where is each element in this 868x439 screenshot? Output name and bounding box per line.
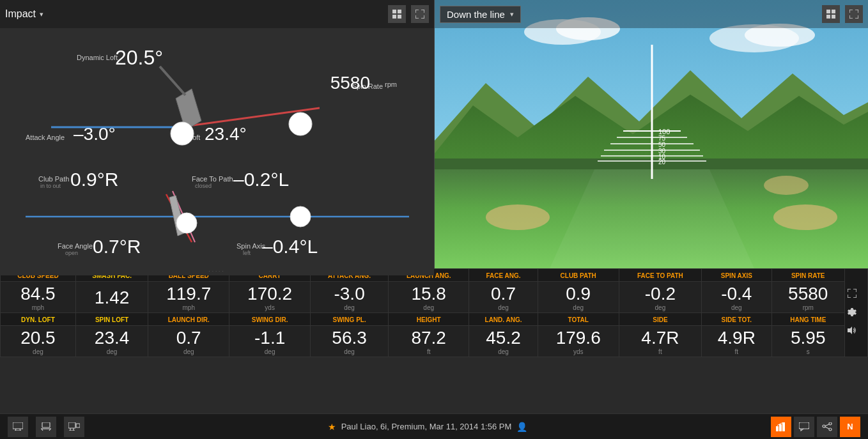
data-table: CLUB SPEEDSMASH FAC.BALL SPEEDCARRYATTAC… (0, 268, 868, 357)
view-dropdown[interactable]: Down the line ▾ (440, 6, 521, 23)
spin-rate-unit: rpm (385, 81, 397, 88)
svg-rect-59 (76, 424, 80, 427)
stats-icon-btn[interactable] (771, 417, 791, 437)
col-header-r0-10: SPIN RATE (771, 269, 845, 282)
cell-value-r0-5: 15.8 (391, 284, 466, 304)
right-panel: Down the line ▾ (435, 0, 868, 268)
chat-icon-btn[interactable] (794, 417, 814, 437)
grid-icon-btn[interactable] (388, 5, 406, 23)
table-expand-btn[interactable] (848, 289, 856, 300)
cell-r0-6: 0.7deg (469, 282, 538, 313)
svg-rect-54 (42, 422, 50, 427)
col-header-r0-6: FACE ANG. (469, 269, 538, 282)
user-icon: 👤 (516, 422, 527, 432)
impact-viz-top: Dynamic Loft 20.5° Spin Rate 5580 rpm At… (0, 28, 434, 162)
col-header-r1-1: SPIN LOFT (75, 312, 148, 325)
cell-unit-r1-2: deg (151, 348, 226, 355)
path-svg (26, 188, 409, 245)
cell-unit-r0-0: mph (3, 304, 73, 311)
cell-value-r0-3: 170.2 (232, 284, 307, 304)
col-header-r1-9: SIDE TOT. (702, 312, 771, 325)
volume-btn[interactable] (848, 326, 856, 337)
cell-value-r1-8: 4.7R (622, 328, 699, 348)
svg-point-8 (171, 122, 194, 145)
cell-r1-3: -1.1deg (229, 325, 311, 357)
svg-point-69 (823, 425, 825, 427)
cell-unit-r1-6: deg (472, 348, 534, 355)
svg-rect-3 (398, 15, 401, 19)
cell-r0-9: -0.4deg (702, 282, 771, 313)
svg-point-11 (293, 116, 299, 123)
svg-rect-2 (392, 15, 396, 19)
cell-r1-2: 0.7deg (148, 325, 229, 357)
right-panel-header: Down the line ▾ (435, 0, 868, 28)
cell-value-r1-4: 56.3 (313, 328, 385, 348)
impact-dropdown-arrow: ▾ (40, 10, 43, 19)
col-header-r1-7: TOTAL (538, 312, 619, 325)
cell-value-r1-10: 5.95 (775, 328, 842, 348)
multiscreen-icon-btn[interactable] (64, 417, 84, 437)
left-panel-header: Impact ▾ (0, 0, 434, 28)
star-icon: ★ (328, 422, 336, 432)
cell-value-r1-1: 23.4 (79, 328, 145, 348)
svg-line-70 (825, 424, 829, 426)
cell-r0-5: 15.8deg (389, 282, 469, 313)
cell-unit-r0-4: deg (313, 304, 385, 311)
divider-dots: ..... (0, 265, 434, 275)
cell-r0-8: -0.2deg (619, 282, 701, 313)
col-header-r1-4: SWING PL. (311, 312, 389, 325)
n-icon-btn[interactable]: N (840, 417, 860, 437)
cell-unit-r0-7: deg (541, 304, 616, 311)
col-header-r1-0: DYN. LOFT (1, 312, 76, 325)
cell-value-r1-9: 4.9R (704, 328, 768, 348)
face-to-path-value: –0.2°L (233, 169, 289, 190)
svg-point-33 (486, 204, 550, 230)
cell-r0-4: -3.0deg (311, 282, 389, 313)
cell-unit-r1-1: deg (79, 348, 145, 355)
svg-point-17 (290, 206, 311, 227)
view-dropdown-arrow: ▾ (510, 10, 514, 19)
cell-value-r0-8: -0.2 (622, 284, 699, 304)
grid-icon (392, 10, 401, 19)
cell-r1-5: 87.2ft (389, 325, 469, 357)
cell-r0-2: 119.7mph (148, 282, 229, 313)
right-header-icons (822, 5, 863, 23)
cell-value-r1-3: -1.1 (232, 328, 307, 348)
laptop-icon (41, 422, 51, 431)
cell-r0-1: 1.42 (75, 282, 148, 313)
cell-value-r0-10: 5580 (775, 284, 842, 304)
col-header-r0-7: CLUB PATH (538, 269, 619, 282)
cell-r1-8: 4.7Rft (619, 325, 701, 357)
cell-unit-r1-7: yds (541, 348, 616, 355)
grid-icon-btn-right[interactable] (822, 5, 840, 23)
cell-r1-1: 23.4deg (75, 325, 148, 357)
monitor-icon-btn[interactable] (8, 417, 28, 437)
share-icon (822, 422, 832, 431)
col-header-r1-5: HEIGHT (389, 312, 469, 325)
cell-unit-r1-8: ft (622, 348, 699, 355)
svg-rect-58 (68, 422, 75, 428)
svg-point-15 (176, 213, 197, 233)
impact-dropdown[interactable]: Impact ▾ (5, 8, 43, 20)
grid-icon-right (826, 10, 835, 19)
svg-point-10 (289, 112, 312, 135)
expand-icon-btn-left[interactable] (411, 5, 429, 23)
cell-value-r0-4: -3.0 (313, 284, 385, 304)
face-angle-sublabel: open (65, 250, 78, 256)
cell-value-r1-2: 0.7 (151, 328, 226, 348)
cell-r1-7: 179.6yds (538, 325, 619, 357)
bottom-right-icons: N (771, 417, 860, 437)
svg-point-68 (829, 428, 832, 431)
cell-unit-r0-10: rpm (775, 304, 842, 311)
share-icon-btn[interactable] (817, 417, 837, 437)
settings-btn[interactable] (848, 307, 856, 318)
svg-rect-21 (826, 15, 830, 19)
player-info: Paul Liao, 6i, Premium, Mar 11, 2014 1:5… (341, 422, 512, 431)
impact-label: Impact (5, 8, 36, 20)
cell-unit-r0-5: deg (391, 304, 466, 311)
expand-icon-btn-right[interactable] (845, 5, 863, 23)
svg-text:20: 20 (658, 158, 666, 166)
laptop-icon-btn[interactable] (36, 417, 56, 437)
chat-icon (799, 422, 809, 431)
cell-value-r1-0: 20.5 (3, 328, 73, 348)
